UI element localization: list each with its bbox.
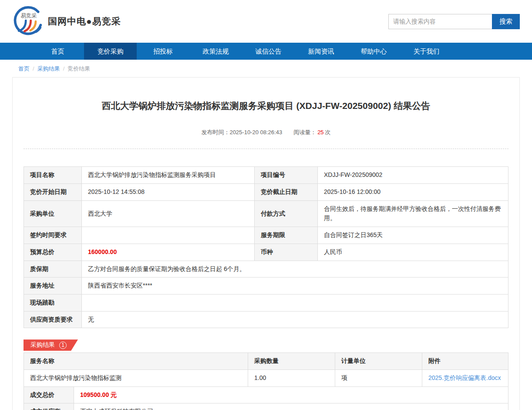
info-value: 160000.00 [82, 244, 255, 261]
attachment-link[interactable]: 2025.竞价响应偏离表.docx [428, 374, 501, 381]
nav-item-help[interactable]: 帮助中心 [347, 43, 400, 60]
breadcrumb-bidding-results: 竞价结果 [67, 65, 90, 72]
detail-value: 109500.00 元 [74, 386, 508, 403]
brand: 易竞采 国网中电●易竞采 [12, 4, 121, 38]
info-value [82, 294, 508, 311]
nav-item-bidding-purchase[interactable]: 竞价采购 [84, 43, 137, 60]
info-row: 供应商资质要求无 [24, 311, 508, 328]
result-badge-count: 1 [59, 342, 67, 349]
info-label: 项目名称 [24, 167, 82, 184]
info-value: 乙方对合同服务的质量保证期为验收合格后之日起 6个月。 [82, 261, 508, 278]
info-value: 自合同签订之日365天 [318, 227, 508, 244]
dashed-divider [24, 149, 508, 149]
nav-item-news[interactable]: 新闻资讯 [295, 43, 347, 60]
info-label: 质保期 [24, 261, 82, 278]
nav-item-home[interactable]: 首页 [31, 43, 84, 60]
main-nav: 首页竞价采购招投标政策法规诚信公告新闻资讯帮助中心关于我们 [0, 43, 532, 60]
announcement-card: 西北大学锅炉排放污染物指标监测服务采购项目 (XDJJ-FW-202509002… [12, 77, 520, 410]
breadcrumb-separator: / [63, 65, 65, 72]
info-value: 人民币 [318, 244, 508, 261]
nav-item-policy[interactable]: 政策法规 [189, 43, 242, 60]
views-count: 25 [317, 129, 323, 136]
info-row: 竞价开始日期2025-10-12 14:55:08竞价截止日期2025-10-1… [24, 184, 508, 201]
views-unit: 次 [325, 129, 331, 136]
info-row: 质保期乙方对合同服务的质量保证期为验收合格后之日起 6个月。 [24, 261, 508, 278]
breadcrumb-separator: / [33, 65, 34, 72]
info-value: 无 [82, 311, 508, 328]
result-detail-table: 成交总价109500.00 元成交供应商西安大成环保科技有限公司质保及售后服务质… [24, 386, 508, 410]
info-row: 签约时间要求服务期限自合同签订之日365天 [24, 227, 508, 244]
detail-row: 成交总价109500.00 元 [24, 386, 508, 403]
detail-value: 西安大成环保科技有限公司 [74, 403, 508, 410]
result-column-header: 采购数量 [248, 353, 335, 370]
svg-text:易竞采: 易竞采 [20, 13, 37, 19]
info-label: 付款方式 [255, 200, 318, 227]
search-button[interactable]: 搜索 [492, 14, 520, 29]
info-label: 竞价截止日期 [255, 184, 318, 201]
info-value: 陕西省西安市长安区**** [82, 278, 508, 295]
result-column-header: 附件 [422, 353, 508, 370]
info-label: 项目编号 [255, 167, 318, 184]
info-row: 服务地址陕西省西安市长安区**** [24, 278, 508, 295]
info-row: 现场踏勘 [24, 294, 508, 311]
info-row: 预算总价160000.00币种人民币 [24, 244, 508, 261]
unit: 项 [335, 369, 422, 386]
result-table: 服务名称采购数量计量单位附件 西北大学锅炉排放污染物指标监测1.00项2025.… [24, 352, 508, 386]
project-info-table: 项目名称西北大学锅炉排放污染物指标监测服务采购项目项目编号XDJJ-FW-202… [24, 166, 508, 328]
nav-item-integrity[interactable]: 诚信公告 [242, 43, 295, 60]
breadcrumb-purchase-results[interactable]: 采购结果 [37, 65, 60, 72]
info-value: 西北大学 [82, 200, 255, 227]
publish-time-label: 发布时间： [201, 129, 229, 136]
info-label: 签约时间要求 [24, 227, 82, 244]
publish-time-value: 2025-10-20 08:26:43 [229, 129, 282, 136]
detail-row: 成交供应商西安大成环保科技有限公司 [24, 403, 508, 410]
search-input[interactable] [388, 14, 492, 29]
info-value: 合同生效后，待服务期满并经甲方验收合格后，一次性付清服务费用。 [318, 200, 508, 227]
detail-label: 成交总价 [24, 386, 74, 403]
info-label: 币种 [255, 244, 318, 261]
result-column-header: 计量单位 [335, 353, 422, 370]
nav-item-tender[interactable]: 招投标 [137, 43, 189, 60]
views-label: 阅读量： [293, 129, 316, 136]
info-row: 项目名称西北大学锅炉排放污染物指标监测服务采购项目项目编号XDJJ-FW-202… [24, 167, 508, 184]
info-label: 供应商资质要求 [24, 311, 82, 328]
purchase-quantity: 1.00 [248, 369, 335, 386]
result-badge-label: 采购结果 [30, 341, 55, 349]
page-title: 西北大学锅炉排放污染物指标监测服务采购项目 (XDJJ-FW-202509002… [24, 99, 508, 112]
brand-name: 国网中电●易竞采 [48, 15, 121, 27]
site-header: 易竞采 国网中电●易竞采 搜索 [0, 0, 532, 43]
info-label: 预算总价 [24, 244, 82, 261]
article-meta: 发布时间：2025-10-20 08:26:43阅读量：25次 [24, 129, 508, 136]
info-value: 2025-10-16 12:00:00 [318, 184, 508, 201]
service-name: 西北大学锅炉排放污染物指标监测 [24, 369, 248, 386]
result-column-header: 服务名称 [24, 353, 248, 370]
info-value: 2025-10-12 14:55:08 [82, 184, 255, 201]
info-row: 采购单位西北大学付款方式合同生效后，待服务期满并经甲方验收合格后，一次性付清服务… [24, 200, 508, 227]
info-value [82, 227, 255, 244]
info-label: 现场踏勘 [24, 294, 82, 311]
info-value: 西北大学锅炉排放污染物指标监测服务采购项目 [82, 167, 255, 184]
breadcrumb-home[interactable]: 首页 [18, 65, 30, 72]
search-bar: 搜索 [388, 14, 520, 29]
brand-logo-icon: 易竞采 [12, 4, 44, 38]
result-row: 西北大学锅炉排放污染物指标监测1.00项2025.竞价响应偏离表.docx [24, 369, 508, 386]
detail-label: 成交供应商 [24, 403, 74, 410]
info-label: 采购单位 [24, 200, 82, 227]
nav-item-about[interactable]: 关于我们 [400, 43, 453, 60]
info-value: XDJJ-FW-202509002 [318, 167, 508, 184]
breadcrumb: 首页/采购结果/竞价结果 [12, 60, 520, 77]
result-badge: 采购结果 1 [24, 339, 78, 351]
info-label: 服务期限 [255, 227, 318, 244]
info-label: 服务地址 [24, 278, 82, 295]
info-label: 竞价开始日期 [24, 184, 82, 201]
